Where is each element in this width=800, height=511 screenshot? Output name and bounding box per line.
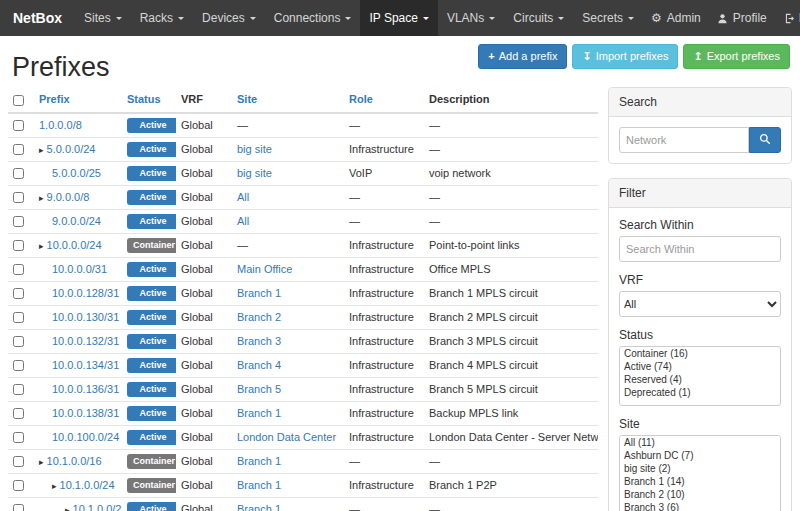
prefix-link[interactable]: 5.0.0.0/24 [47, 143, 96, 155]
site-link[interactable]: Branch 1 [237, 407, 281, 419]
site-link[interactable]: All [237, 215, 249, 227]
row-checkbox[interactable] [13, 432, 24, 443]
site-listbox[interactable]: All (11)Ashburn DC (7)big site (2)Branch… [619, 435, 781, 511]
row-checkbox[interactable] [13, 360, 24, 371]
status-cell: Active [122, 257, 176, 281]
site-link[interactable]: Branch 3 [237, 335, 281, 347]
site-link[interactable]: big site [237, 167, 272, 179]
nav-item-circuits[interactable]: Circuits [504, 0, 573, 36]
sort-site-link[interactable]: Site [237, 93, 257, 105]
nav-item-ip-space[interactable]: IP Space [360, 0, 437, 36]
listbox-option[interactable]: Branch 3 (6) [620, 501, 780, 511]
prefix-link[interactable]: 10.1.0.0/24 [60, 479, 115, 491]
row-select-cell [8, 401, 34, 425]
listbox-option[interactable]: Branch 1 (14) [620, 475, 780, 488]
nav-item-secrets[interactable]: Secrets [573, 0, 643, 36]
row-checkbox[interactable] [13, 144, 24, 155]
prefix-link[interactable]: 9.0.0.0/24 [52, 215, 101, 227]
row-select-cell [8, 377, 34, 401]
profile-link[interactable]: Profile [709, 0, 775, 36]
site-link[interactable]: All [237, 191, 249, 203]
description-value: Branch 1 P2P [424, 473, 598, 497]
admin-link[interactable]: ⚙ Admin [643, 0, 709, 36]
row-checkbox[interactable] [13, 384, 24, 395]
nav-item-devices[interactable]: Devices [193, 0, 265, 36]
prefix-link[interactable]: 10.1.0.0/25 [73, 503, 122, 511]
site-link[interactable]: Branch 1 [237, 503, 281, 511]
nav-item-vlans[interactable]: VLANs [438, 0, 504, 36]
listbox-option[interactable]: big site (2) [620, 462, 780, 475]
status-cell: Active [122, 209, 176, 233]
row-checkbox[interactable] [13, 312, 24, 323]
listbox-option[interactable]: Reserved (4) [620, 373, 780, 386]
prefix-link[interactable]: 10.0.0.0/24 [47, 239, 102, 251]
row-checkbox[interactable] [13, 264, 24, 275]
site-link[interactable]: Branch 4 [237, 359, 281, 371]
row-checkbox[interactable] [13, 192, 24, 203]
role-value: Infrastructure [344, 329, 424, 353]
prefix-link[interactable]: 10.0.0.132/31 [52, 335, 119, 347]
table-header-row: Prefix Status VRF Site Role Description [8, 87, 598, 113]
site-link[interactable]: big site [237, 143, 272, 155]
listbox-option[interactable]: Branch 2 (10) [620, 488, 780, 501]
site-link[interactable]: Branch 2 [237, 311, 281, 323]
row-checkbox[interactable] [13, 456, 24, 467]
row-checkbox[interactable] [13, 120, 24, 131]
brand-link[interactable]: NetBox [0, 0, 75, 36]
status-badge: Active [127, 190, 176, 205]
prefix-link[interactable]: 10.0.0.138/31 [52, 407, 119, 419]
row-checkbox[interactable] [13, 288, 24, 299]
prefix-link[interactable]: 10.0.0.130/31 [52, 311, 119, 323]
prefix-link[interactable]: 10.1.0.0/16 [47, 455, 102, 467]
nav-item-connections[interactable]: Connections [265, 0, 361, 36]
search-input[interactable] [619, 127, 749, 153]
prefix-link[interactable]: 10.0.0.0/31 [52, 263, 107, 275]
site-link[interactable]: London Data Center [237, 431, 336, 443]
sort-prefix-link[interactable]: Prefix [39, 93, 70, 105]
vrf-select[interactable]: All [619, 291, 781, 317]
site-link[interactable]: Branch 1 [237, 479, 281, 491]
row-checkbox[interactable] [13, 168, 24, 179]
chevron-down-icon [558, 17, 564, 23]
search-within-input[interactable] [619, 236, 781, 262]
prefix-link[interactable]: 10.0.0.134/31 [52, 359, 119, 371]
prefix-link[interactable]: 5.0.0.0/25 [52, 167, 101, 179]
nav-item-sites[interactable]: Sites [75, 0, 131, 36]
logout-link[interactable]: Log out [775, 0, 800, 36]
listbox-option[interactable]: Active (74) [620, 360, 780, 373]
table-row: ▸9.0.0.0/8 Active Global All — — [8, 185, 598, 209]
listbox-option[interactable]: Ashburn DC (7) [620, 449, 780, 462]
site-link[interactable]: Branch 1 [237, 287, 281, 299]
prefix-link[interactable]: 1.0.0.0/8 [39, 119, 82, 131]
search-button[interactable] [749, 127, 781, 153]
row-select-cell [8, 257, 34, 281]
prefix-link[interactable]: 10.0.0.128/31 [52, 287, 119, 299]
row-checkbox[interactable] [13, 480, 24, 491]
site-link[interactable]: Main Office [237, 263, 292, 275]
prefix-link[interactable]: 9.0.0.0/8 [47, 191, 90, 203]
sort-role-link[interactable]: Role [349, 93, 373, 105]
prefix-link[interactable]: 10.0.0.136/31 [52, 383, 119, 395]
status-listbox[interactable]: Container (16)Active (74)Reserved (4)Dep… [619, 346, 781, 406]
row-checkbox[interactable] [13, 336, 24, 347]
import-prefixes-button[interactable]: ↧ Import prefixes [572, 44, 678, 69]
site-link[interactable]: Branch 5 [237, 383, 281, 395]
nav-item-label: Racks [140, 11, 173, 25]
listbox-option[interactable]: Deprecated (1) [620, 386, 780, 399]
row-checkbox[interactable] [13, 408, 24, 419]
select-all-checkbox[interactable] [13, 95, 24, 106]
site-link[interactable]: Branch 1 [237, 455, 281, 467]
listbox-option[interactable]: All (11) [620, 436, 780, 449]
top-navbar: NetBox Sites Racks Devices Connections I… [0, 0, 800, 36]
listbox-option[interactable]: Container (16) [620, 347, 780, 360]
sort-status-link[interactable]: Status [127, 93, 161, 105]
row-checkbox[interactable] [13, 504, 24, 511]
table-row: 10.0.0.136/31 Active Global Branch 5 Inf… [8, 377, 598, 401]
nav-item-racks[interactable]: Racks [131, 0, 193, 36]
prefix-link[interactable]: 10.0.100.0/24 [52, 431, 119, 443]
add-prefix-button[interactable]: + Add a prefix [478, 44, 567, 69]
export-prefixes-button[interactable]: ↥ Export prefixes [683, 44, 790, 69]
row-checkbox[interactable] [13, 240, 24, 251]
row-checkbox[interactable] [13, 216, 24, 227]
description-value: Branch 1 MPLS circuit [424, 281, 598, 305]
